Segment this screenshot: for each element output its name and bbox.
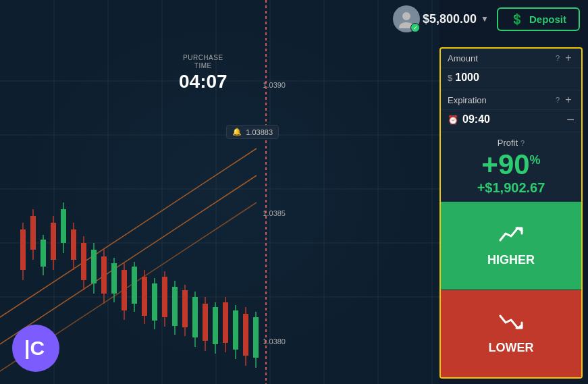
profit-label: Profit xyxy=(498,138,518,148)
svg-rect-54 xyxy=(142,277,147,316)
svg-rect-81 xyxy=(233,310,238,350)
amount-info-icon[interactable]: ? xyxy=(556,54,560,62)
amount-plus-button[interactable]: + xyxy=(562,53,574,63)
profit-percent-value: +90 xyxy=(481,148,529,180)
higher-label: HIGHER xyxy=(487,253,535,267)
profit-section: Profit ? +90% +$1,902.67 xyxy=(441,132,581,202)
balance-dropdown-button[interactable]: $5,800.00 ▼ xyxy=(423,12,489,26)
lower-icon xyxy=(499,312,523,337)
vertical-time-line xyxy=(265,0,267,384)
svg-rect-78 xyxy=(223,302,228,343)
notification-bubble: 🔔 1.03883 xyxy=(226,125,279,139)
dollar-sign: $ xyxy=(448,73,452,83)
lower-button[interactable]: LOWER xyxy=(441,290,581,378)
svg-rect-36 xyxy=(81,243,86,280)
deposit-label: Deposit xyxy=(529,13,566,25)
svg-rect-45 xyxy=(111,263,117,294)
svg-rect-33 xyxy=(71,229,76,260)
topbar: ✓ $5,800.00 ▼ 💲 Deposit xyxy=(385,0,588,38)
expiration-label-row: Expiration ? + xyxy=(441,90,581,110)
expiration-label: Expiration xyxy=(448,95,553,105)
profit-percent-sup: % xyxy=(530,153,541,167)
chevron-down-icon: ▼ xyxy=(481,14,489,24)
purchase-time-label: PURCHASETIME 04:07 xyxy=(179,54,228,93)
profit-info-icon[interactable]: ? xyxy=(520,139,525,147)
svg-rect-60 xyxy=(162,277,167,317)
balance-value: $5,800.00 xyxy=(423,12,477,26)
svg-rect-21 xyxy=(30,216,36,250)
svg-rect-66 xyxy=(182,290,188,327)
amount-input[interactable] xyxy=(455,72,588,84)
deposit-button[interactable]: 💲 Deposit xyxy=(497,7,580,31)
svg-rect-42 xyxy=(101,256,107,294)
svg-rect-27 xyxy=(51,223,56,260)
clock-icon: ⏰ xyxy=(448,115,458,125)
svg-rect-72 xyxy=(203,304,208,341)
profit-amount: +$1,902.67 xyxy=(448,180,574,196)
expiration-value: 09:40 xyxy=(462,113,566,126)
svg-text:|C: |C xyxy=(24,337,45,359)
svg-rect-39 xyxy=(91,250,97,283)
chart-area: PURCHASETIME 04:07 1.0390 1.0385 1.0380 … xyxy=(0,0,439,384)
profit-percent: +90% xyxy=(448,150,574,179)
svg-rect-63 xyxy=(172,287,178,326)
current-price: 1.03883 xyxy=(246,128,273,136)
higher-icon xyxy=(499,224,523,249)
bell-icon: 🔔 xyxy=(232,128,242,136)
svg-rect-30 xyxy=(61,209,66,243)
svg-point-0 xyxy=(402,12,410,20)
expiration-info-icon[interactable]: ? xyxy=(556,96,560,104)
user-area: ✓ $5,800.00 ▼ xyxy=(393,5,489,32)
expiration-plus-button[interactable]: + xyxy=(562,94,574,105)
amount-input-row: $ − xyxy=(441,68,581,90)
expiration-input-row: ⏰ 09:40 − xyxy=(441,110,581,132)
avatar-wrap[interactable]: ✓ xyxy=(393,5,420,32)
deposit-coin-icon: 💲 xyxy=(510,13,524,26)
amount-label: Amount xyxy=(448,53,553,63)
lower-label: LOWER xyxy=(489,341,534,355)
svg-line-15 xyxy=(0,148,257,317)
svg-rect-24 xyxy=(41,240,46,267)
avatar-verified-icon: ✓ xyxy=(410,23,420,32)
svg-rect-48 xyxy=(122,270,127,310)
brand-logo: |C xyxy=(12,325,59,372)
svg-rect-75 xyxy=(213,307,218,344)
expiration-minus-button[interactable]: − xyxy=(566,113,574,126)
purchase-time-value: 04:07 xyxy=(179,70,228,93)
right-panel: Amount ? + $ − Expiration ? + ⏰ 09:40 − … xyxy=(439,47,583,379)
profit-label-row: Profit ? xyxy=(448,138,574,148)
svg-rect-51 xyxy=(132,267,137,304)
svg-rect-87 xyxy=(253,317,259,358)
svg-rect-18 xyxy=(20,229,26,270)
svg-rect-57 xyxy=(152,283,157,321)
svg-rect-69 xyxy=(192,297,198,337)
amount-label-row: Amount ? + xyxy=(441,49,581,68)
higher-button[interactable]: HIGHER xyxy=(441,202,581,290)
svg-rect-84 xyxy=(243,314,248,356)
